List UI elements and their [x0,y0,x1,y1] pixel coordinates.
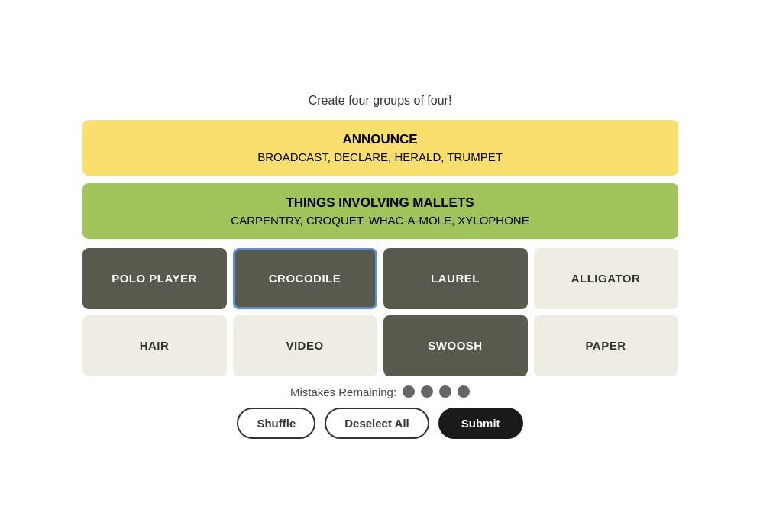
tile-paper[interactable]: PAPER [534,315,678,376]
tile-hair[interactable]: HAIR [82,315,227,376]
game-container: Create four groups of four! ANNOUNCE BRO… [82,94,678,439]
solved-group-announce: ANNOUNCE BROADCAST, DECLARE, HERALD, TRU… [82,120,678,176]
tile-crocodile[interactable]: CROCODILE [233,248,377,309]
buttons-row: Shuffle Deselect All Submit [237,408,522,439]
group-words-announce: BROADCAST, DECLARE, HERALD, TRUMPET [98,150,663,163]
mistake-dot-2 [421,385,433,398]
mistake-dot-3 [439,385,451,398]
group-title-mallets: THINGS INVOLVING MALLETS [98,195,663,211]
deselect-all-button[interactable]: Deselect All [325,408,429,439]
tile-polo-player[interactable]: POLO PLAYER [82,248,227,309]
mistake-dot-1 [403,385,415,398]
mistake-dot-4 [458,385,470,398]
tiles-grid: POLO PLAYERCROCODILELAURELALLIGATORHAIRV… [82,248,678,376]
group-title-announce: ANNOUNCE [98,132,663,147]
group-words-mallets: CARPENTRY, CROQUET, WHAC-A-MOLE, XYLOPHO… [98,214,663,227]
shuffle-button[interactable]: Shuffle [237,408,315,439]
subtitle: Create four groups of four! [309,94,452,108]
submit-button[interactable]: Submit [438,408,523,439]
mistakes-label: Mistakes Remaining: [290,385,396,398]
tile-video[interactable]: VIDEO [233,315,377,376]
tile-alligator[interactable]: ALLIGATOR [534,248,678,309]
tile-swoosh[interactable]: SWOOSH [383,315,528,376]
solved-group-mallets: THINGS INVOLVING MALLETS CARPENTRY, CROQ… [82,183,678,239]
mistakes-row: Mistakes Remaining: [290,385,470,398]
tile-laurel[interactable]: LAUREL [383,248,528,309]
